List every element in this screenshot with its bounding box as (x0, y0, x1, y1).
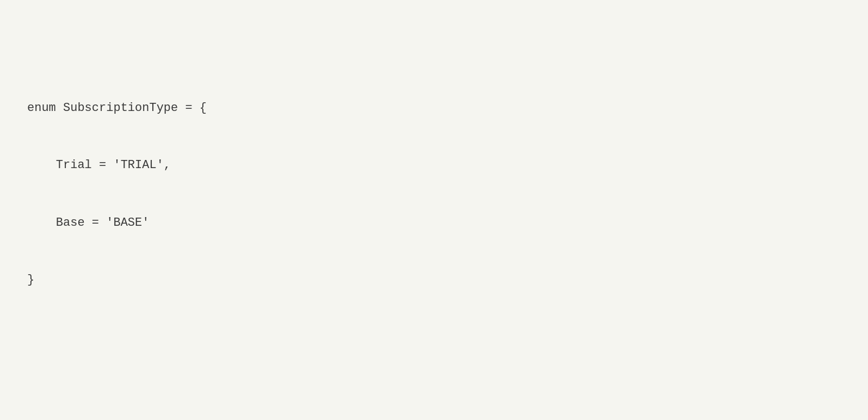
code-line: } (27, 270, 841, 289)
enum-subscription-type: enum SubscriptionType = { Trial = 'TRIAL… (27, 60, 841, 328)
code-line: enum SubscriptionType = { (27, 98, 841, 118)
code-line: Base = 'BASE' (27, 213, 841, 232)
code-editor: enum SubscriptionType = { Trial = 'TRIAL… (27, 22, 841, 420)
code-line: Trial = 'TRIAL', (27, 156, 841, 175)
enum-subscription-status: enum SubscriptionStatus = { Active = 'AC… (27, 403, 841, 420)
